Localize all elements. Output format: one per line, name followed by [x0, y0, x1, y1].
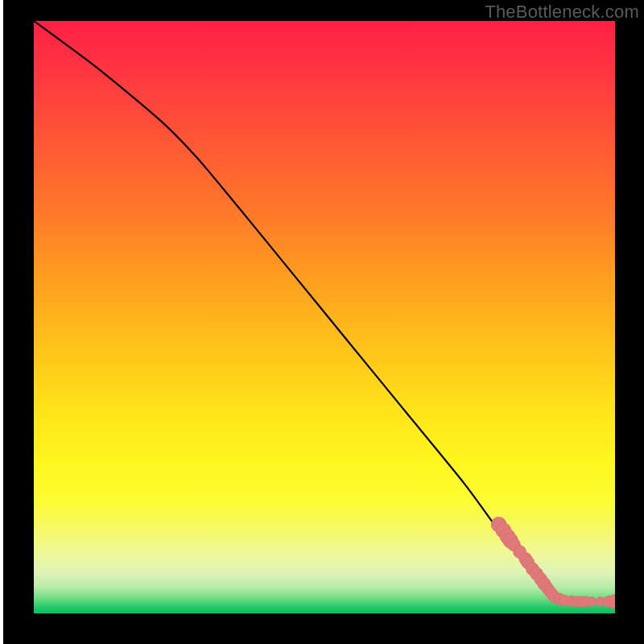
plot-background [34, 21, 615, 613]
chart-stage: TheBottleneck.com [0, 0, 644, 644]
bottleneck-chart [0, 0, 644, 644]
watermark-text: TheBottleneck.com [485, 2, 639, 23]
data-point [587, 597, 597, 607]
